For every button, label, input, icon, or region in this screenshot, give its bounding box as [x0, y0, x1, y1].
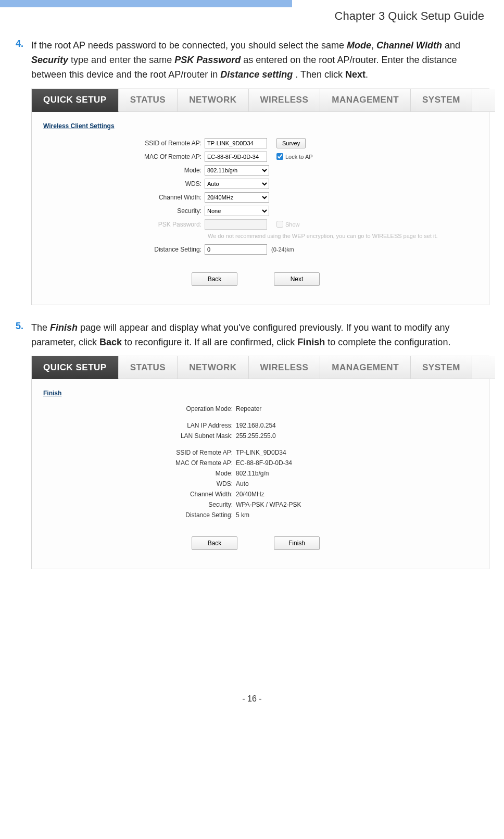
tab-system[interactable]: SYSTEM	[411, 89, 472, 112]
term-distance-setting: Distance setting	[220, 69, 293, 80]
tab-quick-setup[interactable]: QUICK SETUP	[32, 356, 119, 379]
select-mode[interactable]: 802.11b/g/n	[205, 165, 269, 176]
term-mode: Mode	[347, 40, 371, 51]
chapter-title: Chapter 3 Quick Setup Guide	[0, 7, 504, 23]
summary-value: 5 km	[236, 511, 249, 519]
show-label: Show	[285, 221, 300, 228]
input-ssid[interactable]	[205, 138, 267, 148]
tab-wireless[interactable]: WIRELESS	[249, 356, 321, 379]
summary-row: LAN Subnet Mask:255.255.255.0	[43, 432, 477, 440]
wep-note: We do not recommend using the WEP encryp…	[43, 233, 477, 239]
tab-network[interactable]: NETWORK	[178, 356, 248, 379]
step-number: 5.	[16, 321, 31, 350]
panel-body: Finish Operation Mode:RepeaterLAN IP Add…	[32, 379, 489, 569]
text: . Then click	[295, 69, 345, 80]
text: and	[445, 40, 460, 51]
back-button[interactable]: Back	[192, 272, 237, 286]
text: If the root AP needs password to be conn…	[31, 40, 347, 51]
row-channel-width: Channel Width: 20/40MHz	[43, 192, 477, 203]
tab-filler	[472, 89, 495, 112]
summary-label: Security:	[43, 501, 236, 508]
tab-bar: QUICK SETUP STATUS NETWORK WIRELESS MANA…	[32, 89, 489, 112]
row-mode: Mode: 802.11b/g/n	[43, 165, 477, 176]
tab-network[interactable]: NETWORK	[178, 89, 248, 112]
screenshot-finish: QUICK SETUP STATUS NETWORK WIRELESS MANA…	[31, 356, 489, 569]
show-checkbox-wrap: Show	[276, 221, 300, 228]
survey-button[interactable]: Survey	[276, 138, 306, 148]
button-row: Back Next	[43, 272, 477, 286]
row-psk: PSK Password: Show	[43, 219, 477, 230]
page-number: - 16 -	[0, 694, 504, 704]
summary-label: MAC Of Remote AP:	[43, 459, 236, 467]
input-distance[interactable]	[205, 244, 267, 255]
summary-value: 192.168.0.254	[236, 422, 276, 429]
text: .	[366, 69, 368, 80]
screenshot-wireless-client-settings: QUICK SETUP STATUS NETWORK WIRELESS MANA…	[31, 89, 489, 305]
term-back: Back	[99, 337, 122, 347]
section-title: Finish	[43, 390, 477, 397]
tab-quick-setup[interactable]: QUICK SETUP	[32, 89, 119, 112]
page-content: 4. If the root AP needs password to be c…	[0, 23, 504, 569]
summary-value: Auto	[236, 480, 249, 487]
input-mac[interactable]	[205, 152, 267, 162]
term-psk-password: PSK Password	[174, 55, 241, 65]
lock-to-ap-checkbox-wrap[interactable]: Lock to AP	[276, 153, 313, 160]
back-button[interactable]: Back	[192, 536, 237, 550]
tab-status[interactable]: STATUS	[119, 356, 178, 379]
input-psk	[205, 219, 267, 230]
tab-management[interactable]: MANAGEMENT	[320, 356, 411, 379]
row-distance: Distance Setting: (0-24)km	[43, 244, 477, 255]
summary-label: WDS:	[43, 480, 236, 487]
lock-to-ap-label: Lock to AP	[285, 154, 313, 160]
tab-status[interactable]: STATUS	[119, 89, 178, 112]
select-channel-width[interactable]: 20/40MHz	[205, 192, 269, 203]
summary-label: Distance Setting:	[43, 511, 236, 519]
tab-wireless[interactable]: WIRELESS	[249, 89, 321, 112]
lock-to-ap-checkbox[interactable]	[276, 153, 283, 160]
tab-management[interactable]: MANAGEMENT	[320, 89, 411, 112]
summary-row: SSID of Remote AP:TP-LINK_9D0D34	[43, 449, 477, 456]
select-security[interactable]: None	[205, 206, 269, 216]
summary-row: WDS:Auto	[43, 480, 477, 487]
summary-value: WPA-PSK / WPA2-PSK	[236, 501, 301, 508]
next-button[interactable]: Next	[274, 272, 320, 286]
term-channel-width: Channel Width	[376, 40, 442, 51]
label-ssid: SSID of Remote AP:	[43, 140, 205, 147]
row-wds: WDS: Auto	[43, 179, 477, 189]
button-row: Back Finish	[43, 536, 477, 550]
summary-row: Mode:802.11b/g/n	[43, 470, 477, 477]
select-wds[interactable]: Auto	[205, 179, 269, 189]
summary-row: LAN IP Address:192.168.0.254	[43, 422, 477, 429]
tab-system[interactable]: SYSTEM	[411, 356, 472, 379]
finish-button[interactable]: Finish	[274, 536, 320, 550]
summary-label: SSID of Remote AP:	[43, 449, 236, 456]
label-distance: Distance Setting:	[43, 246, 205, 253]
row-gap	[43, 443, 477, 449]
summary-row: Channel Width:20/40MHz	[43, 491, 477, 498]
summary-label: LAN Subnet Mask:	[43, 432, 236, 440]
summary-value: 255.255.255.0	[236, 432, 276, 440]
section-title: Wireless Client Settings	[43, 122, 477, 130]
text: ,	[371, 40, 376, 51]
summary-label: Operation Mode:	[43, 405, 236, 412]
finish-rows: Operation Mode:RepeaterLAN IP Address:19…	[43, 405, 477, 519]
step-text: The Finish page will appear and display …	[31, 321, 484, 350]
summary-row: Distance Setting:5 km	[43, 511, 477, 519]
summary-value: Repeater	[236, 405, 261, 412]
summary-row: Operation Mode:Repeater	[43, 405, 477, 412]
summary-value: TP-LINK_9D0D34	[236, 449, 286, 456]
summary-value: 20/40MHz	[236, 491, 264, 498]
summary-label: Mode:	[43, 470, 236, 477]
label-psk: PSK Password:	[43, 221, 205, 228]
row-gap	[43, 416, 477, 422]
step-5: 5. The Finish page will appear and displ…	[16, 321, 484, 350]
label-mac: MAC Of Remote AP:	[43, 153, 205, 160]
summary-value: 802.11b/g/n	[236, 470, 269, 477]
label-wds: WDS:	[43, 180, 205, 187]
step-text: If the root AP needs password to be conn…	[31, 39, 484, 82]
summary-row: MAC Of Remote AP:EC-88-8F-9D-0D-34	[43, 459, 477, 467]
step-number: 4.	[16, 39, 31, 82]
term-finish: Finish	[50, 322, 78, 333]
summary-label: LAN IP Address:	[43, 422, 236, 429]
distance-unit: (0-24)km	[271, 246, 294, 253]
